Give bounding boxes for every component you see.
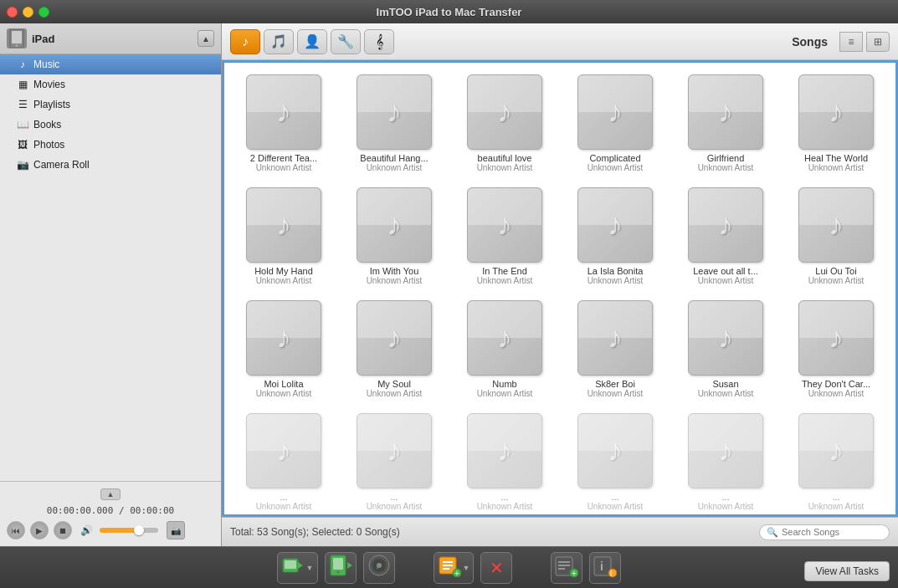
sidebar-item-books[interactable]: 📖 Books: [0, 115, 221, 135]
song-title: Moi Lolita: [264, 379, 303, 389]
maximize-button[interactable]: [38, 7, 49, 18]
song-title: My Soul: [377, 379, 411, 389]
volume-icon: 🔊: [80, 524, 93, 536]
tab-music[interactable]: ♪: [230, 29, 260, 54]
songs-container[interactable]: ♪ 2 Different Tea... Unknown Artist ♪ Be…: [222, 60, 898, 517]
song-item[interactable]: ♪ Numb Unknown Artist: [454, 297, 556, 401]
song-item[interactable]: ♪ Susan Unknown Artist: [675, 297, 777, 401]
sidebar-item-playlists[interactable]: ☰ Playlists: [0, 95, 221, 115]
tab-tools[interactable]: 🔧: [331, 29, 361, 54]
music-note-icon: ♪: [387, 433, 402, 468]
song-thumbnail: ♪: [467, 74, 542, 150]
tab-contacts[interactable]: 👤: [297, 29, 327, 54]
song-item[interactable]: ♪ ... Unknown Artist: [233, 410, 335, 514]
books-icon: 📖: [17, 119, 28, 130]
status-text: Total: 53 Song(s); Selected: 0 Song(s): [230, 526, 759, 538]
info-button[interactable]: i i: [589, 552, 621, 584]
list-view-button[interactable]: ≡: [839, 32, 863, 52]
song-artist: Unknown Artist: [698, 502, 754, 511]
volume-slider[interactable]: [100, 528, 158, 533]
song-item[interactable]: ♪ Im With You Unknown Artist: [343, 184, 445, 289]
sidebar-item-photos[interactable]: 🖼 Photos: [0, 135, 221, 155]
content-toolbar: ♪ 🎵 👤 🔧 𝄞 Songs ≡ ⊞: [222, 23, 898, 60]
song-thumbnail: ♪: [688, 413, 763, 488]
search-box[interactable]: 🔍: [759, 524, 890, 540]
playlist-icon: +: [555, 555, 578, 580]
music-note-icon: ♪: [829, 207, 844, 243]
expand-button[interactable]: ▲: [100, 488, 121, 500]
sidebar: iPad ▲ ♪ Music ▦ Movies ☰ Playlists 📖 Bo…: [0, 23, 222, 546]
sidebar-item-music[interactable]: ♪ Music: [0, 54, 221, 74]
song-item[interactable]: ♪ In The End Unknown Artist: [454, 184, 556, 289]
song-item[interactable]: ♪ Leave out all t... Unknown Artist: [675, 184, 777, 289]
song-title: Complicated: [589, 153, 640, 163]
song-title: ...: [832, 492, 839, 502]
minimize-button[interactable]: [23, 7, 33, 18]
view-all-tasks-button[interactable]: View All Tasks: [804, 561, 890, 581]
sidebar-item-movies[interactable]: ▦ Movies: [0, 74, 221, 95]
add-device-icon: [329, 554, 352, 581]
add-to-device-button[interactable]: [325, 552, 357, 584]
song-item[interactable]: ♪ Sk8er Boi Unknown Artist: [564, 297, 666, 401]
song-item[interactable]: ♪ They Don't Car... Unknown Artist: [785, 297, 887, 401]
song-item[interactable]: ♪ Beautiful Hang... Unknown Artist: [343, 71, 445, 176]
svg-text:+: +: [572, 569, 577, 578]
add-to-itunes-button[interactable]: ♪: [363, 552, 395, 584]
dropdown-arrow-icon: ▼: [306, 564, 314, 572]
playlist-button[interactable]: +: [551, 552, 582, 584]
song-title: ...: [611, 492, 618, 502]
sidebar-item-camera-roll[interactable]: 📷 Camera Roll: [0, 155, 221, 175]
tab-ringtones[interactable]: 🎵: [264, 29, 294, 54]
song-title: ...: [390, 492, 398, 502]
song-item[interactable]: ♪ ... Unknown Artist: [675, 410, 777, 514]
add-list-button[interactable]: + ▼: [434, 552, 475, 584]
snapshot-button[interactable]: 📷: [167, 521, 185, 539]
song-item[interactable]: ♪ La Isla Bonita Unknown Artist: [564, 184, 666, 289]
prev-button[interactable]: ⏮: [7, 521, 25, 539]
delete-icon: ✕: [490, 558, 504, 578]
search-input[interactable]: [782, 527, 882, 537]
add-list-dropdown-icon: ▼: [463, 564, 470, 572]
music-note-icon: ♪: [608, 95, 623, 130]
camera-roll-icon: 📷: [17, 159, 28, 171]
song-item[interactable]: ♪ 2 Different Tea... Unknown Artist: [233, 71, 335, 176]
song-item[interactable]: ♪ beautiful love Unknown Artist: [454, 71, 556, 176]
sidebar-scroll-up[interactable]: ▲: [198, 30, 214, 47]
song-item[interactable]: ♪ Heal The World Unknown Artist: [785, 71, 887, 176]
delete-button[interactable]: ✕: [480, 552, 512, 584]
play-button[interactable]: ▶: [30, 521, 49, 539]
song-title: beautiful love: [478, 153, 532, 163]
music-note-icon: ♪: [718, 320, 733, 355]
song-item[interactable]: ♪ ... Unknown Artist: [564, 410, 666, 514]
song-thumbnail: ♪: [357, 187, 432, 263]
svg-marker-9: [347, 562, 352, 569]
song-title: ...: [500, 492, 508, 502]
song-item[interactable]: ♪ Girlfriend Unknown Artist: [675, 71, 777, 176]
song-artist: Unknown Artist: [477, 502, 533, 511]
song-item[interactable]: ♪ Moi Lolita Unknown Artist: [233, 297, 335, 401]
song-item[interactable]: ♪ Complicated Unknown Artist: [564, 71, 666, 176]
content-area: ♪ 🎵 👤 🔧 𝄞 Songs ≡ ⊞ ♪ 2 Different Tea...…: [222, 23, 898, 546]
photos-icon: 🖼: [17, 139, 28, 151]
svg-text:i: i: [610, 569, 612, 578]
song-item[interactable]: ♪ ... Unknown Artist: [454, 410, 556, 514]
song-item[interactable]: ♪ ... Unknown Artist: [785, 410, 887, 514]
song-item[interactable]: ♪ ... Unknown Artist: [343, 410, 445, 514]
sidebar-label-photos: Photos: [33, 139, 64, 151]
song-artist: Unknown Artist: [588, 502, 644, 511]
stop-button[interactable]: ⏹: [54, 521, 72, 539]
song-item[interactable]: ♪ My Soul Unknown Artist: [343, 297, 445, 401]
song-title: ...: [721, 492, 729, 502]
grid-view-button[interactable]: ⊞: [866, 32, 890, 52]
svg-point-8: [336, 571, 339, 574]
song-thumbnail: ♪: [688, 187, 763, 263]
player-time: 00:00:00.000 / 00:00:00: [7, 505, 214, 516]
close-button[interactable]: [7, 7, 18, 18]
song-item[interactable]: ♪ Lui Ou Toi Unknown Artist: [785, 184, 887, 289]
tab-settings[interactable]: 𝄞: [364, 29, 394, 54]
song-thumbnail: ♪: [688, 300, 763, 376]
song-artist: Unknown Artist: [808, 276, 865, 285]
song-item[interactable]: ♪ Hold My Hand Unknown Artist: [233, 184, 335, 289]
sidebar-label-camera-roll: Camera Roll: [33, 159, 90, 171]
export-to-mac-button[interactable]: ▼: [277, 552, 318, 584]
